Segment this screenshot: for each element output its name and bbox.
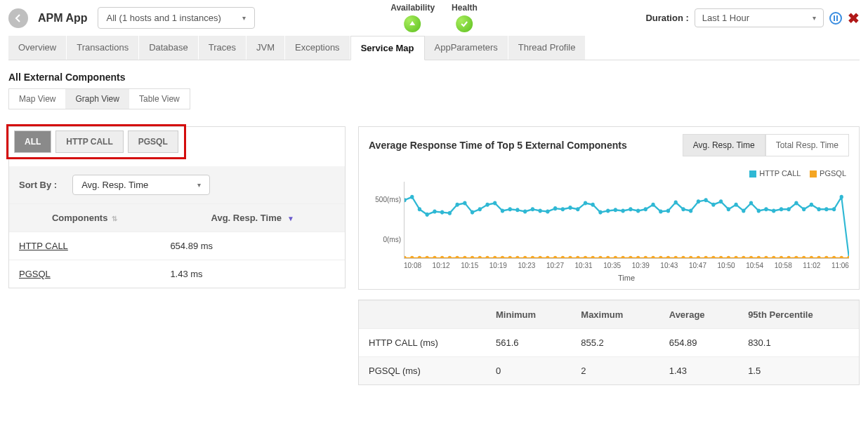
- svg-point-52: [780, 207, 783, 211]
- chart-toggle-avg-resp-time[interactable]: Avg. Resp. Time: [683, 134, 765, 156]
- chart-title: Average Response Time of Top 5 External …: [369, 140, 627, 151]
- col-avg-resp[interactable]: Avg. Resp. Time▼: [160, 204, 345, 232]
- tab-traces[interactable]: Traces: [199, 36, 246, 60]
- sort-neutral-icon: ⇅: [112, 215, 117, 222]
- tab-jvm[interactable]: JVM: [246, 36, 285, 60]
- back-button[interactable]: [8, 8, 28, 28]
- chart-legend: HTTP CALL PGSQL: [369, 168, 849, 182]
- col-components[interactable]: Components⇅: [9, 204, 160, 232]
- svg-point-5: [426, 213, 429, 217]
- chevron-down-icon: ▾: [242, 14, 246, 22]
- svg-point-3: [410, 195, 414, 199]
- filter-pill-group: ALLHTTP CALLPGSQL: [6, 124, 186, 159]
- svg-point-45: [727, 207, 730, 211]
- pause-icon[interactable]: [829, 12, 842, 25]
- sort-desc-icon: ▼: [287, 215, 294, 222]
- svg-point-28: [598, 210, 602, 215]
- svg-point-40: [689, 208, 692, 213]
- svg-point-43: [711, 203, 715, 207]
- svg-point-34: [644, 207, 647, 211]
- component-link[interactable]: PGSQL: [19, 269, 51, 279]
- svg-point-29: [606, 208, 610, 213]
- view-tab-table-view[interactable]: Table View: [129, 89, 190, 109]
- svg-point-92: [629, 256, 632, 258]
- svg-point-65: [426, 256, 429, 258]
- svg-point-13: [485, 203, 489, 207]
- svg-point-15: [501, 208, 504, 213]
- svg-point-9: [455, 203, 459, 207]
- stats-col: Average: [659, 301, 738, 329]
- svg-rect-1: [836, 15, 838, 21]
- filter-pill-all[interactable]: ALL: [14, 130, 51, 153]
- view-tab-map-view[interactable]: Map View: [9, 89, 65, 109]
- svg-point-4: [418, 207, 421, 211]
- svg-point-112: [780, 256, 783, 258]
- svg-point-86: [584, 256, 587, 258]
- stats-col: 95th Percentile: [738, 301, 859, 329]
- svg-point-120: [840, 256, 843, 258]
- chevron-down-icon: ▾: [813, 14, 816, 22]
- svg-point-10: [463, 201, 466, 206]
- duration-selector[interactable]: Last 1 Hour ▾: [695, 8, 824, 27]
- component-link[interactable]: HTTP CALL: [19, 241, 68, 251]
- left-panel: ALLHTTP CALLPGSQL Sort By : Avg. Resp. T…: [8, 126, 346, 288]
- svg-point-47: [742, 208, 745, 213]
- svg-point-111: [772, 256, 775, 258]
- chart-toggle-total-resp-time[interactable]: Total Resp. Time: [765, 134, 849, 156]
- svg-point-118: [824, 256, 828, 258]
- view-tab-graph-view[interactable]: Graph View: [65, 89, 129, 109]
- svg-point-84: [568, 256, 572, 258]
- tab-service-map[interactable]: Service Map: [350, 36, 425, 60]
- svg-point-56: [810, 203, 813, 207]
- svg-point-33: [636, 208, 640, 213]
- stats-table: MinimumMaximumAverage95th Percentile HTT…: [358, 300, 860, 385]
- duration-value: Last 1 Hour: [702, 13, 749, 23]
- svg-point-49: [757, 208, 761, 213]
- svg-point-98: [674, 256, 678, 258]
- x-axis-label: Time: [404, 274, 849, 282]
- svg-point-32: [629, 207, 632, 211]
- chevron-down-icon: ▾: [197, 181, 201, 189]
- svg-point-64: [418, 256, 421, 258]
- svg-point-110: [764, 256, 768, 258]
- filter-pill-pgsql[interactable]: PGSQL: [128, 130, 178, 153]
- stats-row: PGSQL (ms)021.431.5: [359, 357, 859, 385]
- legend-swatch-pgsql: [810, 170, 817, 178]
- svg-point-67: [440, 256, 444, 258]
- health-ok-icon: [456, 15, 473, 32]
- chart-toggle: Avg. Resp. TimeTotal Resp. Time: [683, 134, 849, 156]
- tab-database[interactable]: Database: [139, 36, 199, 60]
- svg-point-59: [832, 207, 836, 211]
- svg-point-105: [727, 256, 730, 258]
- table-row: HTTP CALL654.89 ms: [9, 232, 345, 260]
- svg-point-36: [659, 210, 662, 214]
- stats-row: HTTP CALL (ms)561.6855.2654.89830.1: [359, 329, 859, 357]
- primary-tabs: OverviewTransactionsDatabaseTracesJVMExc…: [8, 36, 860, 60]
- host-selector-value: All (1 hosts and 1 instances): [107, 13, 221, 23]
- tab-exceptions[interactable]: Exceptions: [285, 36, 350, 60]
- svg-point-69: [455, 256, 459, 258]
- svg-point-20: [539, 208, 542, 213]
- tab-overview[interactable]: Overview: [8, 36, 67, 60]
- svg-point-96: [659, 256, 662, 258]
- sort-select[interactable]: Avg. Resp. Time ▾: [72, 175, 210, 195]
- stats-col: Minimum: [486, 301, 571, 329]
- svg-point-18: [523, 210, 527, 214]
- svg-point-75: [501, 256, 504, 258]
- svg-point-79: [531, 256, 534, 258]
- svg-point-51: [772, 208, 775, 213]
- chart-plot: [404, 182, 849, 259]
- sort-value: Avg. Resp. Time: [81, 180, 148, 190]
- tab-thread-profile[interactable]: Thread Profile: [508, 36, 586, 60]
- tab-appparameters[interactable]: AppParameters: [425, 36, 508, 60]
- svg-rect-0: [834, 15, 835, 21]
- svg-point-116: [810, 256, 813, 258]
- svg-point-26: [584, 201, 587, 206]
- svg-point-41: [697, 199, 700, 203]
- close-icon[interactable]: ✖: [848, 10, 860, 27]
- svg-point-104: [719, 256, 723, 258]
- tab-transactions[interactable]: Transactions: [67, 36, 139, 60]
- host-selector[interactable]: All (1 hosts and 1 instances) ▾: [98, 7, 255, 29]
- svg-point-87: [591, 256, 595, 258]
- filter-pill-http-call[interactable]: HTTP CALL: [55, 130, 123, 153]
